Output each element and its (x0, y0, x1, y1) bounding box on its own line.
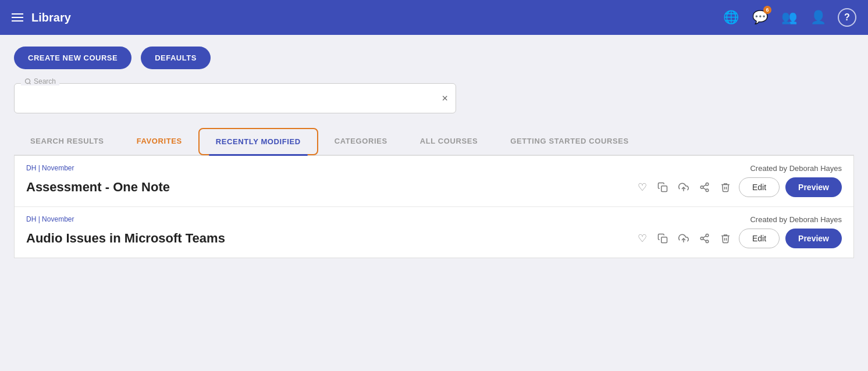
course-row: Audio Issues in Microsoft Teams ♡ (26, 229, 842, 248)
edit-button[interactable]: Edit (739, 177, 780, 197)
hamburger-menu[interactable] (12, 13, 23, 22)
people-icon[interactable]: 👥 (780, 8, 798, 27)
svg-rect-9 (661, 237, 667, 243)
svg-line-7 (703, 188, 706, 190)
main-content: CREATE NEW COURSE DEFAULTS Search × SEAR… (0, 35, 868, 270)
share-button[interactable] (697, 180, 712, 195)
share-button[interactable] (697, 231, 712, 246)
copy-button[interactable] (655, 180, 670, 195)
created-by: Created by Deborah Hayes (750, 215, 842, 224)
copy-button[interactable] (655, 231, 670, 246)
search-container: Search × (14, 83, 456, 113)
svg-point-5 (700, 186, 703, 189)
svg-point-0 (26, 79, 30, 84)
svg-rect-2 (661, 186, 667, 192)
delete-button[interactable] (718, 180, 733, 195)
tab-search-results[interactable]: SEARCH RESULTS (14, 127, 120, 155)
svg-point-4 (706, 183, 709, 186)
tab-all-courses[interactable]: ALL COURSES (404, 127, 495, 155)
header-right: 🌐 💬 6 👥 👤 ? (721, 8, 856, 27)
preview-button[interactable]: Preview (785, 229, 842, 248)
tab-getting-started-courses[interactable]: GETTING STARTED COURSES (494, 127, 645, 155)
svg-line-8 (703, 185, 706, 187)
create-new-course-button[interactable]: CREATE NEW COURSE (14, 47, 131, 69)
upload-button[interactable] (676, 180, 691, 195)
course-meta: DH | November (26, 164, 74, 173)
tab-recently-modified[interactable]: RECENTLY MODIFIED (198, 128, 318, 155)
preview-button[interactable]: Preview (785, 177, 842, 197)
edit-button[interactable]: Edit (739, 229, 780, 248)
course-actions: ♡ (635, 229, 842, 248)
tab-categories[interactable]: CATEGORIES (318, 127, 404, 155)
app-title: Library (31, 11, 71, 24)
svg-point-6 (706, 189, 709, 192)
search-icon (24, 78, 31, 85)
header: Library 🌐 💬 6 👥 👤 ? (0, 0, 868, 35)
action-buttons: CREATE NEW COURSE DEFAULTS (14, 47, 854, 69)
tabs-container: SEARCH RESULTS FAVORITES RECENTLY MODIFI… (14, 127, 854, 155)
help-icon[interactable]: ? (838, 8, 856, 27)
table-row: DH | November Created by Deborah Hayes A… (15, 156, 853, 207)
table-row: DH | November Created by Deborah Hayes A… (15, 207, 853, 258)
favorite-button[interactable]: ♡ (635, 230, 649, 247)
svg-point-12 (700, 237, 703, 240)
defaults-button[interactable]: DEFAULTS (141, 47, 211, 69)
svg-point-13 (706, 240, 709, 243)
course-row: Assessment - One Note ♡ (26, 177, 842, 197)
course-list: DH | November Created by Deborah Hayes A… (14, 155, 854, 258)
course-title: Assessment - One Note (26, 180, 170, 195)
course-title: Audio Issues in Microsoft Teams (26, 231, 225, 246)
favorite-button[interactable]: ♡ (635, 179, 649, 196)
search-label: Search (21, 77, 59, 85)
person-icon[interactable]: 👤 (809, 8, 827, 27)
delete-button[interactable] (718, 231, 733, 246)
search-clear-button[interactable]: × (442, 92, 448, 105)
tab-favorites[interactable]: FAVORITES (120, 127, 198, 155)
course-meta: DH | November (26, 215, 74, 224)
course-actions: ♡ (635, 177, 842, 197)
svg-line-14 (703, 239, 706, 241)
header-left: Library (12, 11, 71, 24)
created-by: Created by Deborah Hayes (750, 164, 842, 173)
globe-icon[interactable]: 🌐 (721, 8, 740, 27)
svg-line-1 (29, 83, 30, 84)
svg-line-15 (703, 236, 706, 238)
chat-icon[interactable]: 💬 6 (750, 8, 769, 27)
svg-point-11 (706, 234, 709, 237)
upload-button[interactable] (676, 231, 691, 246)
search-input[interactable] (14, 83, 456, 113)
